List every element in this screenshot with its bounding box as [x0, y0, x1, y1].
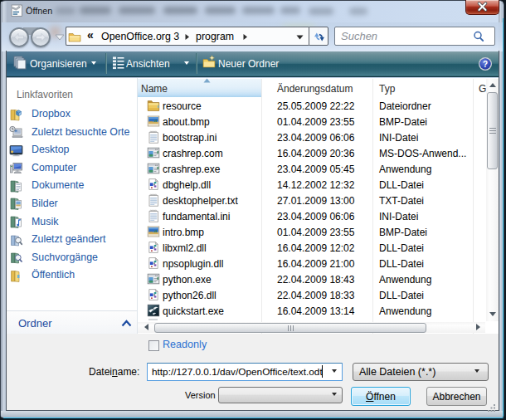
- svg-text:?: ?: [483, 60, 488, 69]
